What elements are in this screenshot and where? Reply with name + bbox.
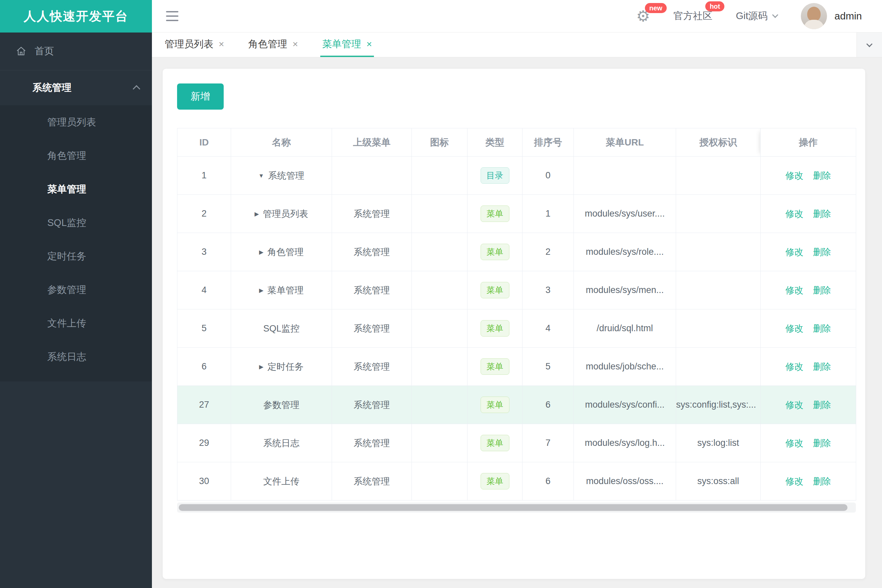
- home-icon: [16, 46, 27, 57]
- edit-link[interactable]: 修改: [786, 362, 804, 372]
- content-area: 新增 ID 名称 上级菜单 图标: [152, 57, 882, 588]
- sidebar-item-home[interactable]: 首页: [0, 33, 152, 70]
- sidebar-home-label: 首页: [35, 45, 54, 58]
- edit-link[interactable]: 修改: [786, 324, 804, 333]
- collapse-caret-icon[interactable]: ▼: [258, 172, 264, 179]
- cell-type: 菜单: [467, 348, 523, 386]
- cell-name: ▶角色管理: [231, 233, 332, 271]
- username-label: admin: [834, 10, 862, 22]
- cell-icon: [412, 156, 467, 195]
- edit-link[interactable]: 修改: [786, 285, 804, 296]
- cell-order: 2: [523, 233, 574, 271]
- cell-name: ▶菜单管理: [231, 271, 332, 309]
- cell-url: modules/sys/confi...: [574, 386, 676, 424]
- cell-parent: 系统管理: [332, 309, 412, 348]
- close-icon[interactable]: ×: [292, 39, 298, 49]
- sidebar-item-system-log[interactable]: 系统日志: [0, 340, 152, 374]
- type-badge: 菜单: [481, 473, 509, 489]
- delete-link[interactable]: 删除: [813, 438, 831, 448]
- edit-link[interactable]: 修改: [786, 209, 804, 219]
- cell-name: SQL监控: [231, 309, 332, 348]
- cell-url: modules/sys/role....: [574, 233, 676, 271]
- table-row: 30 文件上传 系统管理 菜单 6 modules/oss/oss.... sy…: [177, 462, 856, 501]
- sidebar-group-system-management[interactable]: 系统管理: [0, 70, 152, 105]
- cell-url: modules/sys/user....: [574, 195, 676, 233]
- cell-actions: 修改删除: [760, 348, 856, 386]
- type-badge: 菜单: [481, 282, 509, 298]
- table-row: 29 系统日志 系统管理 菜单 7 modules/sys/log.h... s…: [177, 424, 856, 462]
- sidebar-item-menu-management[interactable]: 菜单管理: [0, 172, 152, 206]
- cell-type: 菜单: [467, 195, 523, 233]
- community-link[interactable]: 官方社区 hot: [673, 9, 712, 23]
- cell-icon: [412, 386, 467, 424]
- expand-caret-icon[interactable]: ▶: [254, 210, 259, 218]
- delete-link[interactable]: 删除: [813, 285, 831, 296]
- delete-link[interactable]: 删除: [813, 247, 831, 257]
- col-parent-menu: 上级菜单: [332, 128, 412, 156]
- edit-link[interactable]: 修改: [786, 171, 804, 181]
- sidebar-item-admin-list[interactable]: 管理员列表: [0, 105, 152, 139]
- edit-link[interactable]: 修改: [786, 247, 804, 257]
- cell-icon: [412, 462, 467, 501]
- cell-url: modules/oss/oss....: [574, 462, 676, 501]
- cell-type: 菜单: [467, 233, 523, 271]
- top-bar: ⚙ new 官方社区 hot Git源码 admin: [152, 0, 882, 33]
- delete-link[interactable]: 删除: [813, 400, 831, 410]
- type-badge: 目录: [481, 167, 509, 184]
- delete-link[interactable]: 删除: [813, 476, 831, 486]
- edit-link[interactable]: 修改: [786, 476, 804, 486]
- content-card: 新增 ID 名称 上级菜单 图标: [163, 69, 865, 579]
- close-icon[interactable]: ×: [219, 39, 224, 49]
- sidebar-item-parameter-management[interactable]: 参数管理: [0, 273, 152, 306]
- cell-id: 1: [177, 156, 231, 195]
- horizontal-scrollbar-track[interactable]: [177, 502, 856, 513]
- add-button[interactable]: 新增: [177, 84, 224, 110]
- tab-bar: 管理员列表 × 角色管理 × 菜单管理 ×: [152, 33, 882, 57]
- cell-type: 菜单: [467, 386, 523, 424]
- cell-order: 1: [523, 195, 574, 233]
- delete-link[interactable]: 删除: [813, 362, 831, 372]
- tab-menu-management[interactable]: 菜单管理 ×: [320, 33, 374, 57]
- sidebar-item-scheduled-tasks[interactable]: 定时任务: [0, 239, 152, 273]
- settings-button[interactable]: ⚙ new: [636, 8, 650, 24]
- menu-toggle-button[interactable]: [166, 11, 179, 21]
- type-badge: 菜单: [481, 358, 509, 375]
- expand-caret-icon[interactable]: ▶: [259, 249, 263, 256]
- close-icon[interactable]: ×: [367, 39, 372, 49]
- cell-id: 2: [177, 195, 231, 233]
- community-label: 官方社区: [673, 10, 712, 21]
- sidebar-item-file-upload[interactable]: 文件上传: [0, 306, 152, 340]
- tab-admin-list[interactable]: 管理员列表 ×: [163, 33, 226, 57]
- cell-perm: [676, 309, 760, 348]
- edit-link[interactable]: 修改: [786, 400, 804, 410]
- user-menu[interactable]: admin: [801, 3, 862, 29]
- sidebar-item-role-management[interactable]: 角色管理: [0, 139, 152, 172]
- expand-caret-icon[interactable]: ▶: [259, 287, 263, 294]
- table-row: 6 ▶定时任务 系统管理 菜单 5 modules/job/sche... 修改…: [177, 348, 856, 386]
- cell-actions: 修改删除: [760, 271, 856, 309]
- tab-role-management[interactable]: 角色管理 ×: [246, 33, 300, 57]
- sidebar: 人人快速开发平台 首页 系统管理 管理员列表 角色管理 菜单管理 SQL监控 定…: [0, 0, 152, 588]
- horizontal-scrollbar-thumb[interactable]: [179, 504, 847, 511]
- cell-name: ▶定时任务: [231, 348, 332, 386]
- delete-link[interactable]: 删除: [813, 324, 831, 333]
- cell-actions: 修改删除: [760, 195, 856, 233]
- cell-actions: 修改删除: [760, 424, 856, 462]
- sidebar-item-sql-monitor[interactable]: SQL监控: [0, 206, 152, 239]
- edit-link[interactable]: 修改: [786, 438, 804, 448]
- chevron-down-icon: [866, 41, 872, 47]
- git-source-dropdown[interactable]: Git源码: [736, 9, 777, 23]
- col-sort-order: 排序号: [523, 128, 574, 156]
- new-badge: new: [645, 3, 667, 13]
- delete-link[interactable]: 删除: [813, 171, 831, 181]
- sidebar-group-label: 系统管理: [33, 81, 71, 94]
- tabs-dropdown-button[interactable]: [856, 33, 882, 57]
- cell-actions: 修改删除: [760, 309, 856, 348]
- expand-caret-icon[interactable]: ▶: [259, 363, 263, 370]
- col-type: 类型: [467, 128, 523, 156]
- avatar: [801, 3, 827, 29]
- tab-label: 角色管理: [248, 38, 287, 51]
- cell-parent: 系统管理: [332, 233, 412, 271]
- delete-link[interactable]: 删除: [813, 209, 831, 219]
- cell-icon: [412, 309, 467, 348]
